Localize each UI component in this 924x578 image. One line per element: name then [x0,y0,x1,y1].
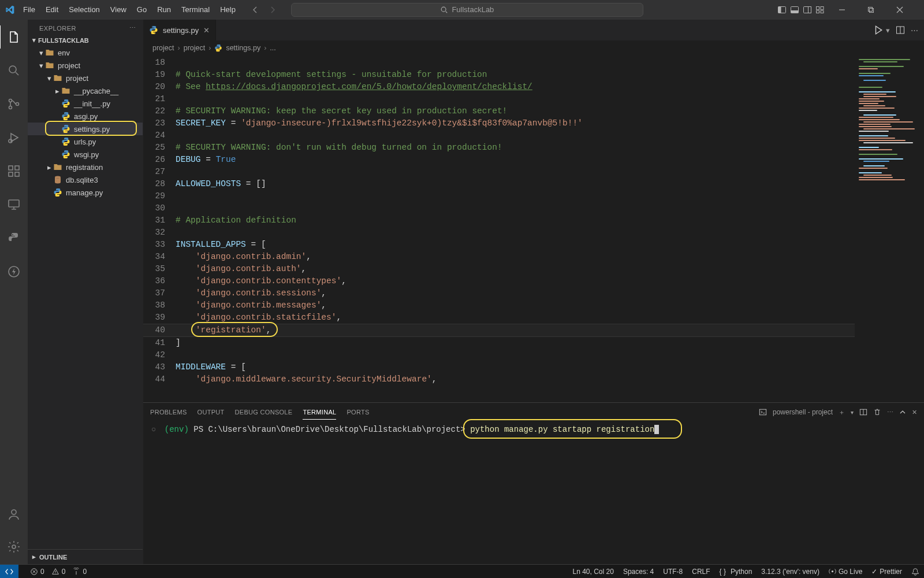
terminal-dropdown-icon[interactable]: ▾ [851,409,854,416]
code-line[interactable]: 39 'django.contrib.staticfiles', [143,312,855,324]
tree-item-db-sqlite3[interactable]: db.sqlite3 [28,173,143,186]
panel-tab-terminal[interactable]: TERMINAL [303,405,336,420]
minimap[interactable] [855,55,924,402]
activity-settings-icon[interactable] [0,535,28,558]
code-line[interactable]: 25# SECURITY WARNING: don't run with deb… [143,142,855,154]
code-line[interactable]: 31# Application definition [143,214,855,227]
status-bell-icon[interactable] [911,568,919,576]
code-line[interactable]: 33INSTALLED_APPS = [ [143,239,855,251]
tree-item-project[interactable]: ▾project [28,72,143,84]
kill-terminal-icon[interactable] [873,408,881,416]
status-golive[interactable]: Go Live [829,568,862,576]
status-warnings[interactable]: 0 [51,568,66,576]
window-maximize-icon[interactable] [867,6,891,13]
code-line[interactable]: 27 [143,166,855,178]
status-language[interactable]: { }Python [720,568,752,576]
menu-help[interactable]: Help [215,3,240,16]
run-dropdown-icon[interactable]: ▾ [886,26,890,35]
code-line[interactable]: 29 [143,190,855,202]
activity-account-icon[interactable] [0,503,28,526]
tab-close-icon[interactable]: ✕ [203,26,210,35]
activity-extensions-icon[interactable] [0,160,28,183]
status-eol[interactable]: CRLF [692,568,710,576]
activity-thunder-icon[interactable] [0,260,28,283]
tab-settings-py[interactable]: settings.py ✕ [143,20,216,40]
panel-more-icon[interactable]: ⋯ [887,409,893,416]
tree-item-asgi-py[interactable]: asgi.py [28,110,143,123]
explorer-folder-header[interactable]: ▾ FULLSTACKLAB [28,34,143,46]
activity-scm-icon[interactable] [0,92,28,116]
menu-run[interactable]: Run [152,3,176,16]
nav-back-icon[interactable] [251,5,260,14]
code-editor[interactable]: 1819# Quick-start development settings -… [143,55,855,402]
layout-right-icon[interactable] [803,5,812,14]
code-line[interactable]: 24 [143,129,855,142]
tree-item-urls-py[interactable]: urls.py [28,135,143,148]
panel-tab-ports[interactable]: PORTS [346,405,369,419]
code-line[interactable]: 42 [143,349,855,361]
code-line[interactable]: 28ALLOWED_HOSTS = [] [143,178,855,190]
terminal-shell-label[interactable]: powershell - project [773,408,833,416]
window-close-icon[interactable] [896,6,919,13]
activity-explorer-icon[interactable] [0,25,27,49]
layout-left-icon[interactable] [777,5,787,14]
menu-file[interactable]: File [18,3,40,16]
breadcrumb-seg[interactable]: project [184,44,206,52]
panel-tab-debug[interactable]: DEBUG CONSOLE [235,405,293,419]
new-terminal-icon[interactable]: ＋ [839,408,845,417]
status-ln-col[interactable]: Ln 40, Col 20 [572,568,613,576]
code-line[interactable]: 30 [143,202,855,214]
code-line[interactable]: 37 'django.contrib.sessions', [143,287,855,299]
tree-item-settings-py[interactable]: settings.py [28,123,143,135]
panel-tab-problems[interactable]: PROBLEMS [150,405,187,419]
status-prettier[interactable]: ✓ Prettier [871,568,902,576]
status-encoding[interactable]: UTF-8 [663,568,683,576]
code-line[interactable]: 19# Quick-start development settings - u… [143,69,855,81]
activity-python-icon[interactable] [0,227,28,250]
layout-bottom-icon[interactable] [790,5,799,14]
code-line[interactable]: 20# See https://docs.djangoproject.com/e… [143,81,855,93]
code-line[interactable]: 41] [143,337,855,349]
menu-selection[interactable]: Selection [64,3,104,16]
layout-custom-icon[interactable] [815,5,825,14]
code-line[interactable]: 34 'django.contrib.admin', [143,251,855,263]
tree-item-project[interactable]: ▾project [28,59,143,72]
panel-maximize-icon[interactable] [899,409,906,416]
code-line[interactable]: 23SECRET_KEY = 'django-insecure-)frlxl9w… [143,117,855,129]
split-terminal-icon[interactable] [859,408,867,416]
explorer-more-icon[interactable]: ⋯ [129,24,136,32]
activity-search-icon[interactable] [0,59,28,82]
terminal[interactable]: ○ (env) PS C:\Users\braun\OneDrive\Deskt… [143,421,924,564]
code-line[interactable]: 22# SECURITY WARNING: keep the secret ke… [143,105,855,117]
window-minimize-icon[interactable] [839,6,862,13]
code-line[interactable]: 43MIDDLEWARE = [ [143,361,855,373]
code-line[interactable]: 36 'django.contrib.contenttypes', [143,275,855,287]
tree-item-manage-py[interactable]: manage.py [28,186,143,199]
run-icon[interactable] [873,25,884,35]
menu-edit[interactable]: Edit [41,3,63,16]
code-line[interactable]: 44 'django.middleware.security.SecurityM… [143,373,855,386]
split-editor-icon[interactable] [896,25,905,35]
tree-item-registration[interactable]: ▸registration [28,161,143,173]
code-line[interactable]: 21 [143,93,855,105]
status-errors[interactable]: 0 [30,568,44,576]
code-line[interactable]: 32 [143,227,855,239]
breadcrumb-seg[interactable]: ... [270,44,275,52]
code-line[interactable]: 40 'registration', [143,324,855,337]
panel-close-icon[interactable]: ✕ [912,409,917,416]
nav-forward-icon[interactable] [268,5,277,14]
code-line[interactable]: 26DEBUG = True [143,154,855,166]
editor-more-icon[interactable]: ⋯ [911,26,918,35]
status-interpreter[interactable]: 3.12.3 ('env': venv) [761,568,819,576]
menu-view[interactable]: View [106,3,131,16]
code-line[interactable]: 18 [143,57,855,69]
code-line[interactable]: 35 'django.contrib.auth', [143,263,855,275]
tree-item-__init__-py[interactable]: __init__.py [28,97,143,110]
menu-terminal[interactable]: Terminal [177,3,214,16]
remote-indicator-icon[interactable] [0,565,18,579]
breadcrumb-seg[interactable]: project [152,44,174,52]
command-center[interactable]: FullstackLab [291,3,643,17]
code-line[interactable]: 38 'django.contrib.messages', [143,299,855,312]
breadcrumb-seg[interactable]: settings.py [226,44,260,52]
status-ports[interactable]: 0 [72,568,87,576]
